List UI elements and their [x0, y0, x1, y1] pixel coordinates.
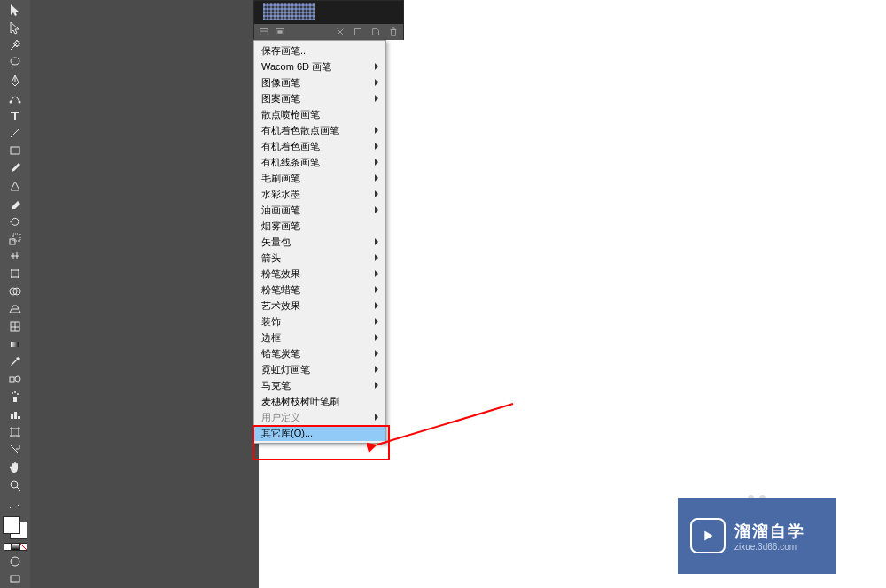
eyedropper-tool[interactable] — [4, 353, 26, 370]
direct-selection-tool[interactable] — [4, 19, 26, 36]
paintbrush-tool[interactable] — [4, 160, 26, 177]
screen-mode-icon[interactable] — [4, 570, 26, 587]
submenu-arrow-icon — [375, 302, 378, 309]
menu-item-scatter-spray[interactable]: 散点喷枪画笔 — [254, 106, 385, 122]
brush-library-menu: 保存画笔... Wacom 6D 画笔 图像画笔 图案画笔 散点喷枪画笔 有机着… — [253, 40, 386, 444]
menu-item-label: 油画画笔 — [261, 204, 300, 217]
svg-rect-28 — [260, 29, 268, 35]
gradient-tool[interactable] — [4, 336, 26, 352]
svg-rect-6 — [12, 270, 19, 277]
menu-item-decorative[interactable]: 装饰 — [254, 313, 385, 329]
menu-item-pencil-charcoal[interactable]: 铅笔炭笔 — [254, 345, 385, 361]
svg-rect-15 — [10, 377, 14, 382]
hand-tool[interactable] — [4, 459, 26, 476]
type-tool[interactable] — [4, 107, 26, 124]
menu-item-save-brush[interactable]: 保存画笔... — [254, 43, 385, 58]
column-graph-tool[interactable] — [4, 406, 26, 423]
menu-item-organic-color[interactable]: 有机着色画笔 — [254, 138, 385, 154]
line-segment-tool[interactable] — [4, 125, 26, 142]
symbol-sprayer-tool[interactable] — [4, 389, 26, 406]
menu-item-label: 矢量包 — [261, 236, 291, 249]
svg-point-10 — [18, 276, 19, 278]
svg-rect-14 — [11, 342, 19, 347]
menu-item-organic-scatter[interactable]: 有机着色散点画笔 — [254, 122, 385, 138]
menu-item-label: 麦穗树枝树叶笔刷 — [261, 395, 339, 408]
toolbar-divider — [2, 496, 28, 499]
color-mode-gradient[interactable] — [12, 543, 19, 551]
menu-item-label: 马克笔 — [261, 379, 291, 392]
svg-point-7 — [11, 269, 12, 271]
slice-tool[interactable] — [4, 441, 26, 458]
rotate-tool[interactable] — [4, 213, 26, 229]
app-dark-area — [0, 0, 259, 588]
menu-item-artistic[interactable]: 艺术效果 — [254, 298, 385, 313]
brushes-panel — [253, 0, 404, 40]
scale-tool[interactable] — [4, 230, 26, 247]
menu-item-image-brush[interactable]: 图像画笔 — [254, 74, 385, 90]
free-transform-tool[interactable] — [4, 266, 26, 282]
selection-tool[interactable] — [4, 2, 26, 19]
color-mode-swatches — [4, 543, 27, 551]
blend-tool[interactable] — [4, 371, 26, 388]
delete-brush-icon[interactable] — [387, 26, 400, 38]
remove-brush-stroke-icon[interactable] — [334, 26, 346, 38]
menu-item-organic-line[interactable]: 有机线条画笔 — [254, 154, 385, 170]
brushes-panel-footer — [254, 24, 403, 40]
lasso-tool[interactable] — [4, 55, 26, 72]
submenu-arrow-icon — [375, 254, 378, 261]
menu-item-watercolor-ink[interactable]: 水彩水墨 — [254, 186, 385, 202]
svg-rect-17 — [13, 397, 17, 402]
fill-stroke-colors[interactable] — [3, 516, 27, 539]
watermark-text: 溜溜自学 zixue.3d66.com — [734, 521, 805, 552]
pen-tool[interactable] — [4, 72, 26, 89]
library-icon[interactable] — [258, 26, 270, 38]
menu-item-label: 粉笔蜡笔 — [261, 283, 300, 297]
submenu-arrow-icon — [375, 79, 378, 86]
menu-item-pattern-brush[interactable]: 图案画笔 — [254, 90, 385, 106]
menu-item-chalk-effect[interactable]: 粉笔效果 — [254, 266, 385, 282]
magic-wand-tool[interactable] — [4, 37, 26, 54]
shape-builder-tool[interactable] — [4, 283, 26, 300]
menu-item-arrows[interactable]: 箭头 — [254, 250, 385, 266]
menu-item-vector-pack[interactable]: 矢量包 — [254, 234, 385, 250]
menu-item-smoke[interactable]: 烟雾画笔 — [254, 218, 385, 234]
menu-item-chalk-crayon[interactable]: 粉笔蜡笔 — [254, 282, 385, 298]
fill-color-swatch[interactable] — [3, 516, 20, 534]
menu-item-label: 铅笔炭笔 — [261, 347, 300, 360]
color-mode-solid[interactable] — [4, 543, 12, 551]
menu-item-marker[interactable]: 马克笔 — [254, 377, 385, 393]
menu-item-wacom-6d[interactable]: Wacom 6D 画笔 — [254, 58, 385, 74]
zoom-tool[interactable] — [4, 476, 26, 493]
perspective-grid-tool[interactable] — [4, 301, 26, 318]
brush-options-icon[interactable] — [352, 26, 364, 38]
svg-point-19 — [14, 391, 16, 393]
width-tool[interactable] — [4, 248, 26, 265]
rectangle-tool[interactable] — [4, 143, 26, 159]
color-mode-none[interactable] — [19, 543, 27, 551]
curvature-tool[interactable] — [4, 89, 26, 106]
menu-item-wheat-branch-leaf[interactable]: 麦穗树枝树叶笔刷 — [254, 393, 385, 409]
svg-point-8 — [18, 269, 19, 271]
submenu-arrow-icon — [375, 190, 378, 197]
brush-libraries-menu-icon[interactable] — [274, 26, 286, 38]
artboard-tool[interactable] — [4, 424, 26, 441]
svg-point-9 — [11, 276, 12, 278]
menu-item-other-library[interactable]: 其它库(O)... — [254, 425, 385, 441]
eraser-tool[interactable] — [4, 195, 26, 212]
new-brush-icon[interactable] — [369, 26, 382, 38]
menu-item-oil-paint[interactable]: 油画画笔 — [254, 202, 385, 218]
shaper-tool[interactable] — [4, 178, 26, 195]
draw-mode-icon[interactable] — [4, 553, 26, 569]
menu-item-user-defined[interactable]: 用户定义 — [254, 409, 385, 425]
menu-item-label: 边框 — [261, 331, 281, 344]
menu-item-label: 有机着色散点画笔 — [261, 124, 339, 137]
menu-item-neon[interactable]: 霓虹灯画笔 — [254, 361, 385, 377]
svg-rect-5 — [13, 234, 20, 241]
menu-item-borders[interactable]: 边框 — [254, 329, 385, 345]
submenu-arrow-icon — [375, 127, 378, 134]
mesh-tool[interactable] — [4, 318, 26, 335]
menu-item-label: 有机着色画笔 — [261, 140, 320, 153]
svg-point-26 — [11, 557, 19, 566]
menu-item-bristle[interactable]: 毛刷画笔 — [254, 170, 385, 186]
fill-stroke-swap-icon[interactable] — [4, 501, 26, 512]
